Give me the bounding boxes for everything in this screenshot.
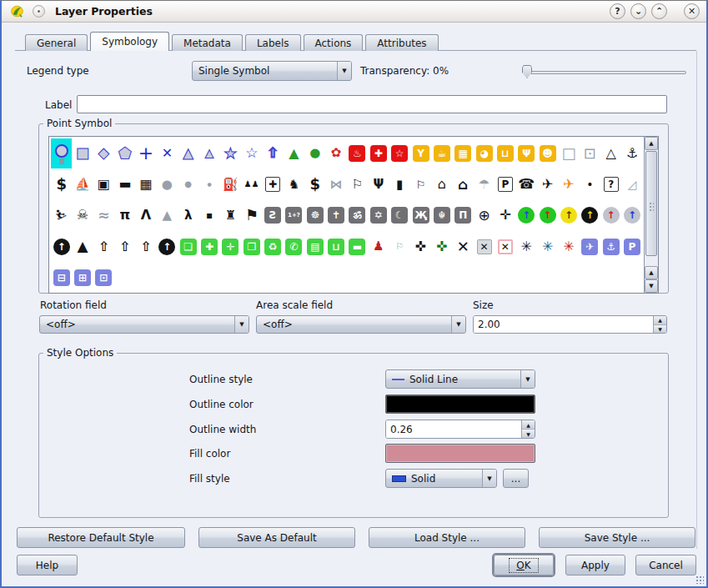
symbol-star[interactable]: ★: [220, 138, 241, 168]
symbol-red-star[interactable]: ☆: [389, 138, 410, 168]
symbol-x-gray-box[interactable]: ✕: [474, 232, 495, 262]
symbol-pine-tree[interactable]: ▲: [284, 138, 304, 168]
symbol-skull[interactable]: ☠: [72, 200, 93, 230]
transparency-slider-track[interactable]: [525, 71, 686, 74]
window-shade-button[interactable]: ⌄: [630, 3, 646, 19]
symbol-tower[interactable]: ♜: [220, 200, 241, 230]
window-unshade-button[interactable]: ⌃: [651, 3, 667, 19]
symbol-arrow-circle-2[interactable]: ↑: [157, 232, 178, 262]
help-button[interactable]: Help: [17, 555, 78, 575]
transparency-slider-handle[interactable]: [522, 65, 532, 78]
symbol-arrow-green-red[interactable]: ↑: [537, 200, 558, 230]
symbol-parachute[interactable]: ☂: [474, 169, 495, 199]
symbol-cinema[interactable]: ▦: [453, 138, 474, 168]
symbol-swimmer[interactable]: ≈: [93, 200, 114, 230]
symbol-diamond[interactable]: ◆: [93, 138, 114, 168]
titlebar[interactable]: Layer Properties ? ⌄ ⌃ ✕: [2, 1, 706, 23]
symbol-north-needle[interactable]: ✛: [495, 200, 515, 230]
symbol-flag[interactable]: ⚑: [241, 200, 262, 230]
symbol-car[interactable]: ▬: [114, 169, 135, 199]
symbol-center-square[interactable]: ⊡: [580, 138, 600, 168]
symbol-bar[interactable]: Y: [410, 138, 431, 168]
symbol-north-arrow-3[interactable]: ⇧: [114, 232, 135, 262]
fill-style-combo[interactable]: Solid ▼: [385, 469, 497, 488]
symbol-hotel[interactable]: ▬: [347, 232, 368, 262]
point-symbol-list[interactable]: ■◆⬟+✕▲▲★☆⇧▲●✿♨✚☆Y☕▦◕⊔Ψ☻□⊡△⚓$⛵▣▬▦●●●⛽♟♟✚♞…: [48, 136, 659, 294]
symbol-taxi[interactable]: ⊟: [51, 263, 72, 293]
symbol-anchor[interactable]: ⚓: [621, 138, 642, 168]
symbol-pharmacy[interactable]: ✛: [220, 232, 241, 262]
symbol-teepee[interactable]: Λ: [135, 200, 156, 230]
symbol-first-aid-box[interactable]: ✚: [262, 169, 283, 199]
legend-type-combo[interactable]: Single Symbol ▼: [192, 61, 352, 81]
symbol-north-arrow-4[interactable]: ⇧: [135, 232, 156, 262]
scrollbar-up2-icon[interactable]: ▲: [645, 266, 658, 279]
symbol-airport[interactable]: ✈: [580, 232, 600, 262]
chevron-down-icon[interactable]: ▼: [234, 316, 249, 333]
symbol-money[interactable]: $: [304, 169, 325, 199]
symbol-basket[interactable]: ▤: [304, 232, 325, 262]
symbol-camera[interactable]: ▣: [93, 169, 114, 199]
window-menu-button[interactable]: [33, 5, 45, 18]
symbol-maths[interactable]: 1+?: [284, 200, 304, 230]
symbol-deer[interactable]: ♞: [284, 169, 304, 199]
symbol-restaurant[interactable]: Ψ: [516, 138, 537, 168]
symbol-picnic[interactable]: π: [114, 200, 135, 230]
symbol-telephone[interactable]: ☎: [516, 169, 537, 199]
symbol-fire[interactable]: ♨: [347, 138, 368, 168]
cancel-button[interactable]: Cancel: [635, 555, 696, 575]
symbol-star-8-red[interactable]: ✳: [558, 232, 579, 262]
symbol-equilateral-triangle[interactable]: ▲: [198, 138, 219, 168]
resize-grip[interactable]: [695, 575, 704, 584]
chevron-down-icon[interactable]: ▼: [451, 316, 465, 333]
symbol-compass[interactable]: ⊕: [474, 200, 495, 230]
spin-down-icon[interactable]: ▼: [522, 430, 535, 438]
symbol-house-filled[interactable]: ⌂: [453, 169, 474, 199]
ok-button[interactable]: OK: [494, 555, 554, 575]
symbol-regular-star[interactable]: ☆: [241, 138, 262, 168]
tab-symbology[interactable]: Symbology: [90, 32, 169, 51]
symbol-toilets[interactable]: ♟♟: [241, 169, 262, 199]
symbol-pizzaria[interactable]: ◕: [474, 138, 495, 168]
symbol-arrow-yellow-brown[interactable]: ↑: [558, 200, 579, 230]
symbol-arrow-silver-red[interactable]: ↑: [600, 200, 621, 230]
symbol-ticket[interactable]: ❏: [178, 232, 198, 262]
symbol-open-triangle[interactable]: △: [600, 138, 621, 168]
outline-width-value[interactable]: 0.26: [386, 420, 521, 438]
symbol-arrow[interactable]: ⇧: [262, 138, 283, 168]
symbol-entertainment[interactable]: ☻: [537, 138, 558, 168]
symbol-plane-orange[interactable]: ✈: [558, 169, 579, 199]
symbol-harbour[interactable]: ⚓: [600, 232, 621, 262]
save-style-button[interactable]: Save Style ...: [539, 527, 695, 548]
restore-default-style-button[interactable]: Restore Default Style: [17, 527, 185, 548]
symbol-fish[interactable]: ⋈: [325, 169, 346, 199]
symbol-receipt[interactable]: ❐: [241, 232, 262, 262]
window-close-button[interactable]: ✕: [684, 3, 700, 19]
outline-style-combo[interactable]: Solid Line ▼: [385, 369, 535, 389]
symbol-pentagon[interactable]: ⬟: [114, 138, 135, 168]
window-help-button[interactable]: ?: [610, 3, 625, 19]
symbol-hiker[interactable]: λ: [178, 200, 198, 230]
label-input[interactable]: [77, 95, 667, 113]
symbol-parking[interactable]: P: [621, 232, 642, 262]
symbol-sikh[interactable]: ☬: [431, 200, 452, 230]
fill-color-button[interactable]: [385, 444, 535, 463]
symbol-cross-green-dot[interactable]: ✜: [431, 232, 452, 262]
size-spinbox[interactable]: 2.00 ▲▼: [473, 315, 667, 334]
symbol-christian[interactable]: ✝: [325, 200, 346, 230]
symbol-circle-large[interactable]: ●: [157, 169, 178, 199]
symbol-parking-box[interactable]: P: [495, 169, 515, 199]
rotation-field-combo[interactable]: <off> ▼: [39, 315, 249, 334]
symbol-arrow-green-blue[interactable]: ↑: [516, 200, 537, 230]
symbol-circle-small[interactable]: ●: [198, 169, 219, 199]
symbol-house[interactable]: ⌂: [431, 169, 452, 199]
symbol-circle-medium[interactable]: ●: [178, 169, 198, 199]
symbol-beer[interactable]: ⊔: [495, 138, 515, 168]
scrollbar-track[interactable]: [645, 150, 658, 266]
load-style-button[interactable]: Load Style ...: [369, 527, 525, 548]
symbol-arrow-circle[interactable]: ↑: [51, 232, 72, 262]
tab-metadata[interactable]: Metadata: [172, 34, 243, 51]
tab-attributes[interactable]: Attributes: [365, 34, 438, 51]
symbol-star-8[interactable]: ✳: [516, 232, 537, 262]
scrollbar-up-icon[interactable]: ▲: [645, 137, 658, 150]
